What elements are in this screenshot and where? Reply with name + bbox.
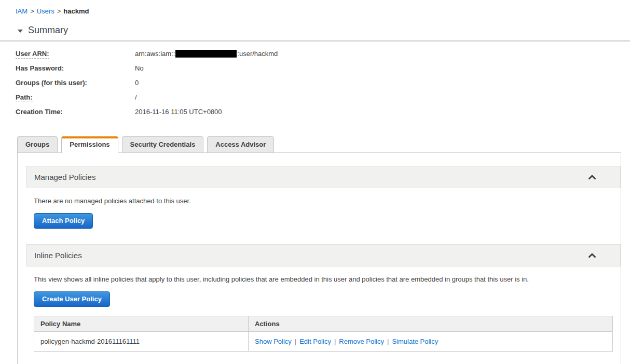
inline-policies-section: Inline Policies This view shows all inli…: [26, 244, 621, 352]
actions-separator: |: [387, 338, 389, 345]
attach-policy-button[interactable]: Attach Policy: [34, 213, 93, 229]
collapse-triangle-icon: [18, 30, 23, 33]
actions-separator: |: [295, 338, 296, 345]
tab-bar: Groups Permissions Security Credentials …: [17, 136, 621, 152]
managed-policies-empty-text: There are no managed policies attached t…: [34, 197, 613, 205]
actions-separator: |: [334, 338, 336, 345]
has-password-label: Has Password:: [16, 64, 64, 72]
managed-policies-body: There are no managed policies attached t…: [26, 197, 621, 229]
tab-permissions[interactable]: Permissions: [61, 136, 118, 153]
arn-suffix: :user/hackmd: [237, 50, 278, 58]
inline-policies-title: Inline Policies: [34, 251, 82, 260]
summary-fields: User ARN: arn:aws:iam:::user/hackmd Has …: [0, 41, 630, 116]
managed-policies-section: Managed Policies There are no managed po…: [26, 166, 621, 229]
inline-policies-description: This view shows all inline policies that…: [34, 275, 613, 284]
simulate-policy-link[interactable]: Simulate Policy: [392, 338, 438, 345]
breadcrumb-separator: >: [57, 7, 61, 15]
actions-column-header: Actions: [249, 316, 613, 332]
remove-policy-link[interactable]: Remove Policy: [339, 338, 384, 345]
field-row-has-password: Has Password: No: [16, 64, 614, 72]
summary-title: Summary: [28, 25, 68, 36]
inline-policies-header[interactable]: Inline Policies: [26, 244, 621, 267]
field-row-user-arn: User ARN: arn:aws:iam:::user/hackmd: [16, 50, 614, 58]
field-row-path: Path: /: [16, 93, 614, 101]
arn-prefix: arn:aws:iam::: [135, 50, 175, 58]
breadcrumb-link-users[interactable]: Users: [37, 7, 54, 15]
policy-actions-cell: Show Policy|Edit Policy|Remove Policy|Si…: [249, 332, 613, 352]
breadcrumb: IAM>Users>hackmd: [16, 7, 614, 15]
redacted-account-id: [175, 50, 237, 58]
creation-time-value: 2016-11-16 11:05 UTC+0800: [135, 108, 222, 116]
breadcrumb-link-iam[interactable]: IAM: [16, 7, 28, 15]
table-header-row: Policy Name Actions: [34, 316, 613, 332]
managed-policies-title: Managed Policies: [34, 173, 95, 181]
field-row-creation-time: Creation Time: 2016-11-16 11:05 UTC+0800: [16, 108, 614, 116]
user-arn-value: arn:aws:iam:::user/hackmd: [135, 50, 278, 58]
chevron-up-icon[interactable]: [588, 174, 596, 180]
path-label: Path:: [16, 93, 33, 102]
has-password-value: No: [135, 64, 144, 72]
managed-policies-header[interactable]: Managed Policies: [26, 166, 621, 188]
summary-collapse-header[interactable]: Summary: [16, 25, 614, 36]
tab-access-advisor[interactable]: Access Advisor: [207, 136, 274, 152]
inline-policies-table: Policy Name Actions policygen-hackmd-201…: [34, 316, 613, 352]
tab-security-credentials[interactable]: Security Credentials: [122, 136, 204, 152]
field-row-groups: Groups (for this user): 0: [16, 79, 614, 87]
chevron-up-icon[interactable]: [588, 253, 596, 258]
tab-groups[interactable]: Groups: [17, 136, 58, 152]
path-value: /: [135, 93, 137, 101]
create-user-policy-button[interactable]: Create User Policy: [34, 291, 110, 307]
inline-policies-body: This view shows all inline policies that…: [26, 275, 621, 352]
edit-policy-link[interactable]: Edit Policy: [299, 338, 331, 345]
creation-time-label: Creation Time:: [16, 108, 63, 116]
groups-count-label: Groups (for this user):: [16, 79, 87, 87]
iam-user-detail-page: IAM>Users>hackmd Summary User ARN: arn:a…: [0, 0, 630, 364]
user-arn-label: User ARN:: [16, 50, 49, 59]
policy-name-column-header: Policy Name: [34, 316, 249, 332]
permissions-tab-panel: Managed Policies There are no managed po…: [17, 152, 621, 364]
policy-name-cell: policygen-hackmd-201611161111: [34, 332, 249, 352]
show-policy-link[interactable]: Show Policy: [255, 338, 292, 345]
page-top-area: IAM>Users>hackmd Summary: [0, 0, 630, 36]
breadcrumb-current-user: hackmd: [63, 7, 89, 15]
breadcrumb-separator: >: [30, 7, 34, 15]
table-row: policygen-hackmd-201611161111 Show Polic…: [34, 332, 613, 352]
groups-count-value: 0: [135, 79, 139, 87]
